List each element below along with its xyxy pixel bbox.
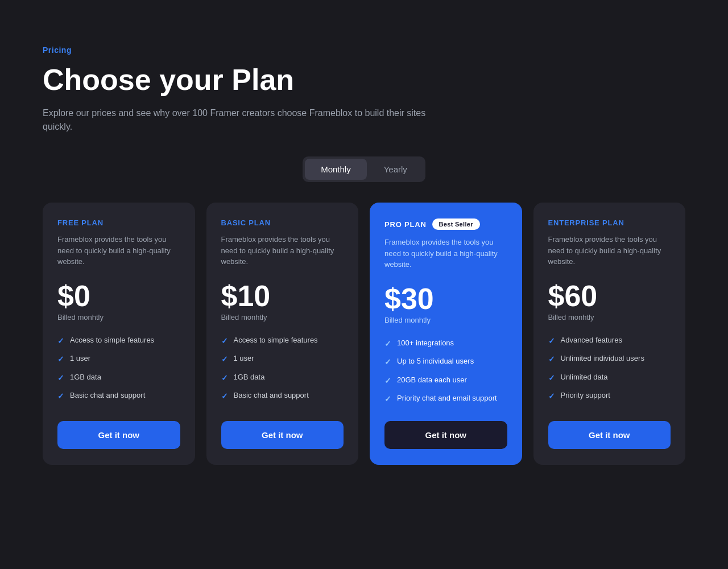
list-item: ✓100+ integrations [384, 338, 507, 350]
list-item: ✓Access to simple features [57, 335, 180, 347]
pricing-card-enterprise: ENTERPRISE PLANFrameblox provides the to… [533, 203, 686, 465]
plan-billing-basic: Billed monhtly [221, 313, 344, 321]
plan-row-basic: BASIC PLAN [221, 218, 344, 227]
plan-billing-free: Billed monhtly [57, 313, 180, 321]
list-item: ✓Priority support [548, 390, 671, 402]
feature-text: Access to simple features [234, 335, 318, 345]
checkmark-icon: ✓ [221, 373, 228, 384]
cta-button-enterprise[interactable]: Get it now [548, 421, 671, 449]
list-item: ✓1 user [221, 353, 344, 365]
list-item: ✓Access to simple features [221, 335, 344, 347]
plan-price-pro: $30 [384, 284, 507, 314]
features-list-free: ✓Access to simple features✓1 user✓1GB da… [57, 335, 180, 405]
feature-text: Priority support [561, 390, 610, 401]
pricing-cards: FREE PLANFrameblox provides the tools yo… [43, 203, 685, 465]
plan-billing-enterprise: Billed monhtly [548, 313, 671, 321]
feature-text: Access to simple features [70, 335, 154, 345]
checkmark-icon: ✓ [384, 376, 391, 387]
toggle-group: Monthly Yearly [303, 156, 425, 182]
checkmark-icon: ✓ [57, 391, 64, 402]
feature-text: 20GB data each user [397, 375, 467, 385]
feature-text: Advanced features [561, 335, 622, 345]
feature-text: Basic chat and support [234, 390, 309, 401]
plan-billing-pro: Billed monhtly [384, 316, 507, 324]
checkmark-icon: ✓ [57, 354, 64, 365]
plan-name-basic: BASIC PLAN [221, 218, 271, 227]
plan-description-basic: Frameblox provides the tools you need to… [221, 234, 344, 267]
plan-name-free: FREE PLAN [57, 218, 104, 227]
features-list-basic: ✓Access to simple features✓1 user✓1GB da… [221, 335, 344, 405]
feature-text: Basic chat and support [70, 390, 145, 401]
plan-description-free: Frameblox provides the tools you need to… [57, 234, 180, 267]
plan-price-enterprise: $60 [548, 281, 671, 311]
checkmark-icon: ✓ [57, 336, 64, 347]
list-item: ✓Unlimited individual users [548, 353, 671, 365]
feature-text: Priority chat and email support [397, 393, 497, 403]
checkmark-icon: ✓ [57, 373, 64, 384]
checkmark-icon: ✓ [548, 354, 555, 365]
list-item: ✓Basic chat and support [57, 390, 180, 402]
feature-text: 100+ integrations [397, 338, 454, 348]
list-item: ✓1GB data [221, 372, 344, 384]
list-item: ✓Advanced features [548, 335, 671, 347]
plan-name-pro: PRO PLAN [384, 220, 427, 229]
billing-toggle-container: Monthly Yearly [43, 156, 685, 182]
cta-button-pro[interactable]: Get it now [384, 421, 507, 449]
list-item: ✓Up to 5 individual users [384, 356, 507, 368]
page-subtitle: Explore our prices and see why over 100 … [43, 106, 452, 134]
feature-text: 1 user [70, 353, 90, 364]
checkmark-icon: ✓ [548, 336, 555, 347]
list-item: ✓1 user [57, 353, 180, 365]
feature-text: 1 user [234, 353, 254, 364]
plan-price-free: $0 [57, 281, 180, 311]
feature-text: Unlimited individual users [561, 353, 644, 364]
pricing-card-basic: BASIC PLANFrameblox provides the tools y… [206, 203, 359, 465]
checkmark-icon: ✓ [384, 394, 391, 405]
list-item: ✓Priority chat and email support [384, 393, 507, 405]
monthly-toggle[interactable]: Monthly [305, 159, 367, 180]
page-title: Choose your Plan [43, 64, 294, 96]
features-list-pro: ✓100+ integrations✓Up to 5 individual us… [384, 338, 507, 405]
yearly-toggle[interactable]: Yearly [368, 159, 423, 180]
cta-button-basic[interactable]: Get it now [221, 421, 344, 449]
pricing-label: Pricing [43, 46, 72, 55]
pricing-card-pro: PRO PLANBest SellerFrameblox provides th… [370, 203, 522, 465]
feature-text: Unlimited data [561, 372, 608, 382]
list-item: ✓20GB data each user [384, 375, 507, 387]
plan-row-enterprise: ENTERPRISE PLAN [548, 218, 671, 227]
plan-description-pro: Frameblox provides the tools you need to… [384, 237, 507, 270]
checkmark-icon: ✓ [221, 336, 228, 347]
feature-text: 1GB data [234, 372, 265, 382]
best-seller-badge-pro: Best Seller [432, 218, 480, 230]
pricing-card-free: FREE PLANFrameblox provides the tools yo… [43, 203, 195, 465]
plan-description-enterprise: Frameblox provides the tools you need to… [548, 234, 671, 267]
plan-price-basic: $10 [221, 281, 344, 311]
list-item: ✓Basic chat and support [221, 390, 344, 402]
checkmark-icon: ✓ [384, 339, 391, 350]
feature-text: Up to 5 individual users [397, 356, 474, 366]
feature-text: 1GB data [70, 372, 101, 382]
checkmark-icon: ✓ [221, 391, 228, 402]
checkmark-icon: ✓ [221, 354, 228, 365]
plan-name-enterprise: ENTERPRISE PLAN [548, 218, 624, 227]
plan-row-pro: PRO PLANBest Seller [384, 218, 507, 230]
checkmark-icon: ✓ [384, 357, 391, 368]
features-list-enterprise: ✓Advanced features✓Unlimited individual … [548, 335, 671, 405]
plan-row-free: FREE PLAN [57, 218, 180, 227]
checkmark-icon: ✓ [548, 373, 555, 384]
cta-button-free[interactable]: Get it now [57, 421, 180, 449]
list-item: ✓Unlimited data [548, 372, 671, 384]
list-item: ✓1GB data [57, 372, 180, 384]
checkmark-icon: ✓ [548, 391, 555, 402]
